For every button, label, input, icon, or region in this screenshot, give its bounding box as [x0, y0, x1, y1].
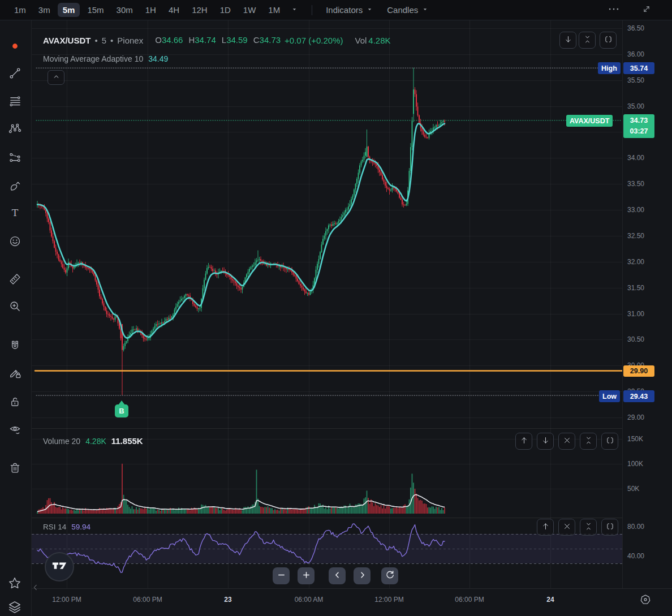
price-tick: 35.50 [627, 76, 644, 85]
timeframe-1H[interactable]: 1H [140, 3, 161, 17]
collapse-pane-icon [584, 522, 593, 533]
measure-tool[interactable] [6, 271, 24, 289]
trend-line-icon [8, 67, 21, 81]
fullscreen-button[interactable] [637, 2, 656, 18]
layers-icon [7, 600, 22, 616]
text-icon: T [8, 206, 21, 221]
pattern-tool[interactable] [6, 120, 24, 139]
volume-pane-collapse-button[interactable] [580, 433, 597, 450]
chart-settings-button[interactable] [637, 592, 654, 609]
timeframe-12H[interactable]: 12H [187, 3, 213, 17]
tradingview-logo-icon [51, 557, 68, 576]
price-tick: 36.00 [627, 50, 644, 59]
alert-price-badge: 29.90 [623, 365, 654, 377]
unlock-icon [8, 395, 21, 410]
timeframe-3m[interactable]: 3m [33, 3, 55, 17]
timeframe-4H[interactable]: 4H [163, 3, 184, 17]
reset-icon [385, 570, 395, 582]
low-price-badge: 29.43 [623, 390, 654, 402]
arrow-down-icon [563, 35, 573, 46]
timeframe-5m[interactable]: 5m [58, 3, 80, 17]
tradingview-logo[interactable] [45, 552, 74, 581]
chevron-up-icon [51, 72, 61, 83]
more-options-button[interactable] [603, 1, 624, 19]
price-pane-move-down-button[interactable] [559, 32, 576, 49]
gear-icon [639, 593, 652, 608]
indicators-button[interactable]: Indicators [321, 3, 378, 17]
price-tick: 34.00 [627, 153, 644, 162]
volume-tick: 150K [627, 434, 643, 443]
trading-chart-app: 1m3m5m15m30m1H4H12H1D1W1M Indicators Can… [0, 0, 672, 616]
time-axis[interactable]: 12:00 PM06:00 PM2306:00 AM12:00 PM06:00 … [32, 588, 672, 616]
price-pane-maximize-button[interactable] [600, 32, 617, 49]
price-axis[interactable]: 36.5036.0035.5035.0034.5034.0033.5033.00… [622, 20, 672, 588]
eye-hide-icon [8, 423, 21, 437]
chev-left-icon [332, 570, 343, 582]
timeframe-30m[interactable]: 30m [111, 3, 138, 17]
time-tick: 23 [224, 596, 231, 604]
prediction-tool[interactable] [6, 149, 24, 167]
remove-all-drawings[interactable] [6, 459, 24, 477]
brush-tool[interactable] [6, 178, 24, 196]
timeframe-15m[interactable]: 15m [82, 3, 109, 17]
rsi-pane-collapse-button[interactable] [580, 519, 597, 536]
trend-line-tool[interactable] [6, 65, 24, 83]
arrow-down-icon [541, 436, 550, 447]
high-badge: High [598, 62, 621, 74]
volume-pane-move-up-button[interactable] [515, 433, 532, 450]
nav-reset-chart-button[interactable] [381, 567, 398, 584]
emoji-tool[interactable] [6, 233, 24, 251]
volume-pane-move-down-button[interactable] [537, 433, 554, 450]
volume-pane-close-button[interactable] [558, 433, 575, 450]
hide-all-drawings[interactable] [6, 421, 24, 439]
text-tool[interactable]: T [6, 205, 24, 223]
topbar: 1m3m5m15m30m1H4H12H1D1W1M Indicators Can… [0, 0, 672, 20]
forecast-icon [8, 151, 21, 166]
indicators-label: Indicators [326, 5, 363, 15]
rsi-tick: 40.00 [627, 552, 644, 561]
nav-scroll-left-button[interactable] [329, 567, 346, 584]
collapse-drawing-toolbar-button[interactable] [26, 579, 44, 597]
pencil-lock-icon [8, 367, 21, 381]
nav-zoom-out-button[interactable] [273, 567, 290, 584]
price-tick: 31.00 [627, 309, 644, 318]
rsi-pane-maximize-button[interactable] [601, 519, 618, 536]
object-tree-button[interactable] [6, 598, 24, 616]
time-tick: 12:00 PM [374, 596, 403, 604]
record-dot-icon [8, 40, 21, 54]
magnet-mode[interactable] [6, 338, 24, 356]
rsi-pane-move-up-button[interactable] [537, 519, 554, 536]
collapse-pane-button[interactable] [48, 70, 64, 85]
price-pane-collapse-button[interactable] [579, 32, 596, 49]
caret-down-icon [291, 5, 298, 15]
current-symbol-badge: AVAX/USDT [566, 115, 613, 127]
collapse-pane-icon [584, 436, 593, 447]
time-tick: 06:00 PM [455, 596, 484, 604]
nav-scroll-right-button[interactable] [354, 567, 371, 584]
drawing-mode-lock[interactable] [6, 365, 24, 383]
timeframe-1D[interactable]: 1D [215, 3, 236, 17]
svg-text:T: T [11, 207, 18, 218]
timeframe-menu-button[interactable] [286, 3, 303, 17]
price-tick: 29.00 [627, 413, 644, 422]
timeframe-1m[interactable]: 1m [9, 3, 31, 17]
restore-pane-icon [605, 522, 615, 533]
fib-retracement-tool[interactable] [6, 93, 24, 111]
buy-order-marker[interactable]: B [115, 404, 128, 417]
chart-canvas[interactable] [32, 20, 622, 588]
volume-tick: 50K [627, 484, 639, 493]
lock-all-drawings[interactable] [6, 394, 24, 412]
more-dots-icon [608, 3, 620, 17]
caret-down-icon [421, 5, 429, 15]
favorites-button[interactable] [6, 575, 24, 593]
timeframe-1M[interactable]: 1M [263, 3, 285, 17]
volume-pane-maximize-button[interactable] [601, 433, 618, 450]
star-icon [7, 576, 22, 592]
candles-button[interactable]: Candles [382, 3, 433, 17]
rsi-pane-close-button[interactable] [558, 519, 575, 536]
zoom-in-tool[interactable] [6, 298, 24, 316]
timeframe-1W[interactable]: 1W [238, 3, 261, 17]
topbar-right [603, 1, 672, 19]
restore-pane-icon [605, 436, 615, 447]
nav-zoom-in-button[interactable] [298, 567, 315, 584]
